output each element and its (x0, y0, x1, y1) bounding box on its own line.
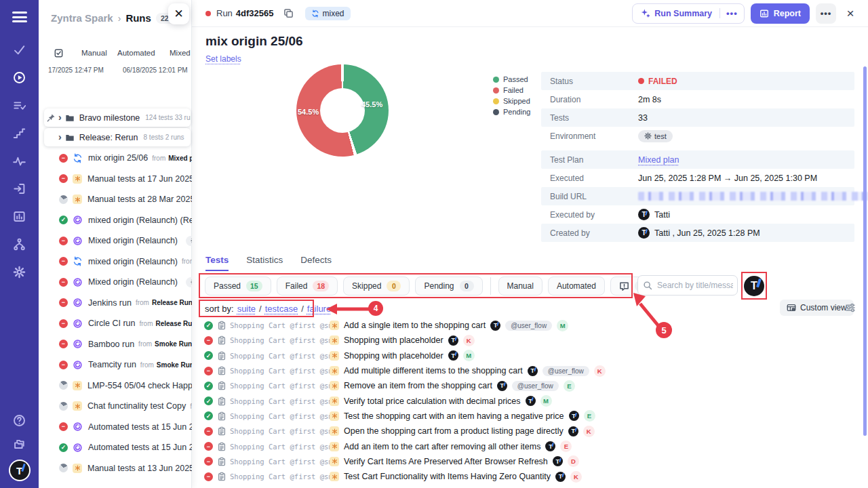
test-title[interactable]: Test Cart Functionality with Items Havin… (344, 472, 551, 481)
run-from-target[interactable]: Smoke Run (155, 340, 192, 348)
run-list-item[interactable]: −Automated tests at 15 Jun 2025 (39, 417, 192, 438)
filter-settings-icon[interactable] (844, 302, 856, 314)
run-list-item[interactable]: −Jenkins runfromRelease Run 1.0 (39, 293, 192, 314)
copy-icon[interactable] (283, 8, 294, 19)
sort-option-suite[interactable]: suite (237, 304, 256, 314)
tab-statistics[interactable]: Statistics (246, 255, 283, 271)
filter-failed-button[interactable]: Failed18 (277, 277, 338, 296)
breadcrumb-project[interactable]: Zyntra Spark (51, 12, 113, 24)
test-suite-label[interactable]: Shopping Cart @first @sm... (230, 472, 330, 481)
folder-row[interactable]: ›Bravo milestone124 tests 33 runs (44, 108, 191, 127)
test-row[interactable]: −Shopping Cart @first @sm...Verify Cart … (200, 454, 865, 469)
test-row[interactable]: ✓Shopping Cart @first @sm...Remove an it… (200, 378, 865, 393)
test-title[interactable]: Add multiple different items to the shop… (344, 366, 523, 375)
test-row[interactable]: −Shopping Cart @first @sm...Open the sho… (200, 424, 865, 439)
help-icon[interactable] (13, 413, 26, 427)
test-title[interactable]: Open the shopping cart from a product li… (344, 426, 564, 436)
run-list-item[interactable]: ✓mixed origin (Relaunch) (Relaun (39, 210, 192, 231)
check-icon[interactable] (13, 43, 26, 56)
run-list-item[interactable]: −mix origin 25/06fromMixed plan (39, 148, 192, 169)
filter-passed-button[interactable]: Passed15 (205, 277, 271, 296)
folder-row[interactable]: ›Release: Rerun8 tests 2 runs (44, 128, 191, 146)
test-title[interactable]: Shopping with placeholder (344, 351, 443, 361)
test-suite-label[interactable]: Shopping Cart @first @sm... (230, 367, 330, 375)
test-row[interactable]: ✓Shopping Cart @first @sm...Test the sho… (200, 409, 865, 424)
select-runs-icon[interactable] (54, 48, 64, 58)
run-list-item[interactable]: ✓Automated tests at 15 Jun 2025 (39, 437, 192, 458)
close-panel-button[interactable]: ✕ (168, 3, 189, 24)
test-row[interactable]: −Shopping Cart @first @sm...Test Cart Fu… (200, 469, 865, 484)
test-row[interactable]: −Shopping Cart @first @sm...Add multiple… (200, 363, 865, 378)
report-button[interactable]: Report (751, 3, 810, 24)
list-check-icon[interactable] (13, 98, 26, 112)
filter-automated-button[interactable]: Automated (548, 277, 605, 296)
run-list-item[interactable]: Chat functinality test Copyfrom (39, 396, 192, 417)
scrollbar[interactable] (863, 66, 867, 436)
run-list-item[interactable]: −Circle CI runfromRelease Run 1.0 (39, 313, 192, 334)
breadcrumb-section[interactable]: Runs (125, 12, 151, 24)
run-from-target[interactable]: Release Run 1.0 (155, 320, 192, 327)
test-suite-label[interactable]: Shopping Cart @first @sm... (230, 443, 330, 451)
filter-manual-button[interactable]: Manual (498, 277, 542, 296)
test-row[interactable]: −Shopping Cart @first @sm...Shopping wit… (200, 333, 865, 348)
test-suite-label[interactable]: Shopping Cart @first @sm... (230, 397, 330, 405)
custom-view-button[interactable]: Custom view (780, 300, 854, 316)
run-list-item[interactable]: −Manual tests at 17 Jun 2025 10 (39, 169, 192, 190)
user-avatar[interactable]: T (744, 276, 764, 296)
run-list-item[interactable]: −Mixed origin (Relaunch)te (39, 230, 192, 251)
more-actions-button[interactable]: ••• (816, 3, 836, 24)
test-title[interactable]: Remove an item from the shopping cart (344, 381, 492, 390)
sort-option-testcase[interactable]: testcase (265, 304, 298, 314)
run-from-target[interactable]: Smoke Run (157, 361, 192, 369)
sidebar-user-avatar[interactable]: T (10, 461, 29, 480)
test-suite-label[interactable]: Shopping Cart @first @sm... (230, 412, 330, 420)
run-from-target[interactable]: Release Run 1.0 (152, 299, 192, 306)
legend-item[interactable]: Failed (493, 86, 530, 94)
runs-column-mixed[interactable]: Mixed (170, 49, 191, 57)
play-circle-icon[interactable] (13, 70, 26, 84)
activity-icon[interactable] (13, 154, 26, 167)
run-origin-badge[interactable]: mixed (305, 7, 351, 20)
legend-item[interactable]: Skipped (493, 97, 530, 105)
sign-in-icon[interactable] (13, 182, 26, 195)
test-title[interactable]: Test the shopping cart with an item havi… (344, 411, 564, 421)
test-suite-label[interactable]: Shopping Cart @first @sm... (230, 382, 330, 390)
test-suite-label[interactable]: Shopping Cart @first @sm... (230, 321, 330, 329)
filter-pending-button[interactable]: Pending0 (415, 277, 482, 296)
test-plan-link[interactable]: Mixed plan (638, 155, 679, 165)
test-suite-label[interactable]: Shopping Cart @first @sm... (230, 336, 330, 344)
test-suite-label[interactable]: Shopping Cart @first @sm... (230, 352, 330, 360)
folders-icon[interactable] (13, 437, 26, 451)
run-list-item[interactable]: LMP-554 05/04 check Happy P (39, 375, 192, 396)
close-icon[interactable]: × (842, 5, 859, 22)
runs-column-manual[interactable]: Manual (81, 49, 107, 57)
branch-icon[interactable] (13, 237, 26, 251)
test-row[interactable]: −Shopping Cart @first @sm...Add an item … (200, 439, 865, 453)
run-summary-more-icon[interactable]: ••• (719, 8, 744, 18)
run-list-item[interactable]: −mixed origin (Relaunch)fromMi (39, 251, 192, 272)
test-row[interactable]: ✓Shopping Cart @first @sm...Add a single… (200, 318, 865, 333)
run-list-item[interactable]: Manual tests at 28 Mar 2025 0 (39, 189, 192, 210)
bar-chart-icon[interactable] (13, 209, 26, 223)
test-row[interactable]: ✓Shopping Cart @first @sm...Shopping wit… (200, 348, 865, 363)
steps-icon[interactable] (13, 126, 26, 140)
set-labels-link[interactable]: Set labels (205, 54, 241, 64)
runs-column-automated[interactable]: Automated (117, 49, 155, 57)
gear-icon[interactable] (13, 265, 26, 279)
test-suite-label[interactable]: Shopping Cart @first @sm... (230, 427, 330, 435)
test-title[interactable]: Verify Cart Items Are Preserved After Br… (344, 457, 548, 466)
legend-item[interactable]: Pending (493, 108, 530, 116)
chevron-right-icon[interactable]: › (58, 112, 62, 123)
run-list-item[interactable]: −Mixed origin (Relaunch)te (39, 272, 192, 293)
filter-skipped-button[interactable]: Skipped0 (343, 277, 410, 296)
run-from-target[interactable]: Mixed plan (168, 155, 192, 162)
chevron-right-icon[interactable]: › (58, 131, 62, 142)
legend-item[interactable]: Passed (493, 75, 530, 83)
run-list-item[interactable]: −Bamboo runfromSmoke Run (39, 334, 192, 355)
test-row[interactable]: ✓Shopping Cart @first @sm...Verify total… (200, 393, 865, 408)
run-list-item[interactable]: −Teamcity runfromSmoke Run (39, 354, 192, 375)
tab-tests[interactable]: Tests (205, 255, 229, 271)
test-title[interactable]: Shopping with placeholder (344, 336, 443, 345)
test-title[interactable]: Add a single item to the shopping cart (344, 321, 486, 330)
menu-icon[interactable] (12, 12, 27, 22)
